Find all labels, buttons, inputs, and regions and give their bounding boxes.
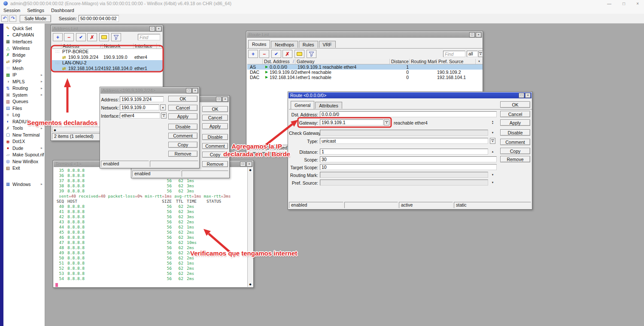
address-dialog-disable-button[interactable]: Disable xyxy=(168,124,197,130)
scope-field[interactable] xyxy=(320,156,497,162)
sidebar-item-queues[interactable]: ▥Queues xyxy=(3,98,45,105)
routing-mark-field[interactable] xyxy=(320,172,488,178)
background-dialog-disable-button[interactable]: Disable xyxy=(202,134,228,140)
sidebar-item-make-supout-rif[interactable]: ▱Make Supout.rif xyxy=(3,152,45,158)
address-comment-row[interactable]: :::LAN-ONU-2 xyxy=(52,60,163,66)
maximize-icon[interactable]: □ xyxy=(186,88,191,93)
gateway-field[interactable] xyxy=(320,119,383,125)
sidebar-item-dude[interactable]: ●Dude▸ xyxy=(3,145,45,152)
close-icon[interactable]: × xyxy=(476,32,481,37)
session-input[interactable] xyxy=(79,15,119,22)
close-icon[interactable]: × xyxy=(222,97,228,102)
address-dialog-cancel-button[interactable]: Cancel xyxy=(168,105,197,111)
sidebar-item-mesh[interactable]: ∷Mesh xyxy=(3,65,45,72)
address-comment-row[interactable]: :::PTP-BORDE xyxy=(52,49,163,55)
column-network[interactable]: Network xyxy=(103,43,134,49)
route-dialog-copy-button[interactable]: Copy xyxy=(500,148,530,154)
distance-field[interactable] xyxy=(320,149,488,155)
sidebar-item-bridge[interactable]: ✗Bridge xyxy=(3,52,45,58)
menu-dashboard[interactable]: Dashboard xyxy=(51,8,74,13)
add-button[interactable]: + xyxy=(248,50,258,58)
sidebar-item-interfaces[interactable]: ▦Interfaces xyxy=(3,38,45,45)
close-icon[interactable]: × xyxy=(636,1,639,6)
disable-button[interactable]: ✗ xyxy=(283,50,292,58)
target-scope-field[interactable] xyxy=(320,164,497,170)
enable-button[interactable]: ✔ xyxy=(76,33,86,41)
column-select-icon[interactable]: ▼ xyxy=(476,59,483,64)
column-distance[interactable]: Distance xyxy=(390,59,410,64)
column-routing-mark[interactable]: Routing Mark xyxy=(410,59,437,64)
route-filter-select[interactable]: all xyxy=(467,51,478,57)
interface-field[interactable] xyxy=(120,113,160,119)
comment-button[interactable] xyxy=(99,33,109,41)
background-dialog-ok-button[interactable]: OK xyxy=(202,106,228,112)
background-dialog-remove-button[interactable]: Remove xyxy=(202,161,228,167)
column-pref-source[interactable]: Pref. Source xyxy=(437,59,476,64)
tab-general[interactable]: General xyxy=(291,101,314,109)
close-icon[interactable]: × xyxy=(246,161,252,167)
column-gateway[interactable]: Gateway xyxy=(295,59,390,64)
type-field[interactable] xyxy=(320,138,488,144)
tab-vrf[interactable]: VRF xyxy=(319,41,336,48)
filter-button[interactable] xyxy=(307,50,316,58)
route-list-titlebar[interactable]: Route List □ × xyxy=(247,32,482,38)
address-field[interactable] xyxy=(120,96,164,102)
route-dialog-titlebar[interactable]: Route <0.0.0.0/0> □ × xyxy=(289,92,532,98)
dst-address-field[interactable] xyxy=(320,111,497,117)
routing-mark-dropdown-icon[interactable]: ▼ xyxy=(490,172,495,178)
tab-attributes[interactable]: Attributes xyxy=(315,102,342,109)
background-dialog-cancel-button[interactable]: Cancel xyxy=(202,115,228,121)
maximize-icon[interactable]: □ xyxy=(519,93,524,98)
minimize-icon[interactable]: — xyxy=(607,1,611,6)
sidebar-item-dot1x[interactable]: ◉Dot1X xyxy=(3,138,45,145)
route-filter-dropdown-icon[interactable]: ▼ xyxy=(478,51,483,57)
route-dialog-cancel-button[interactable]: Cancel xyxy=(500,111,530,117)
background-dialog-apply-button[interactable]: Apply xyxy=(202,123,228,129)
route-list-find-input[interactable] xyxy=(443,51,465,57)
sidebar-item-ppp[interactable]: ⇄PPP xyxy=(3,58,45,65)
sidebar-item-exit[interactable]: ▧Exit xyxy=(3,165,45,172)
tab-routes[interactable]: Routes xyxy=(248,40,270,48)
sidebar-item-new-terminal[interactable]: ▢New Terminal xyxy=(3,131,45,138)
terminal-scrollbar[interactable]: ◆ ◆ xyxy=(247,167,253,287)
terminal-output[interactable]: 358.8.8.8368.8.8.8378.8.8.856621ms388.8.… xyxy=(54,167,247,287)
scroll-left-icon[interactable]: ◆ xyxy=(52,127,58,133)
sidebar-item-wireless[interactable]: △Wireless xyxy=(3,45,45,52)
remove-button[interactable]: − xyxy=(64,33,74,41)
route-dialog-remove-button[interactable]: Remove xyxy=(500,156,530,162)
maximize-icon[interactable]: □ xyxy=(240,161,246,167)
sidebar-item-log[interactable]: ≡Log xyxy=(3,112,45,119)
address-row[interactable]: ⇄192.168.104.1/24192.168.104.0ether1 xyxy=(52,66,163,71)
address-dialog-apply-button[interactable]: Apply xyxy=(168,113,197,119)
distance-up-icon[interactable]: ▲ xyxy=(490,149,495,155)
sidebar-item-capsman[interactable]: ◒CAPsMAN xyxy=(3,32,45,39)
address-list-titlebar[interactable]: Address List □ × xyxy=(52,26,162,32)
address-list-find-input[interactable] xyxy=(138,34,160,40)
address-dialog-remove-button[interactable]: Remove xyxy=(168,151,197,157)
network-field[interactable] xyxy=(120,104,159,110)
menu-settings[interactable]: Settings xyxy=(27,8,44,13)
sidebar-item-mpls[interactable]: ◑MPLS▸ xyxy=(3,78,45,85)
safe-mode-button[interactable]: Safe Mode xyxy=(20,15,51,22)
address-dialog-ok-button[interactable]: OK xyxy=(168,96,197,102)
column-select-icon[interactable]: ▼ xyxy=(157,43,163,49)
maximize-icon[interactable]: □ xyxy=(469,32,475,37)
route-dialog-disable-button[interactable]: Disable xyxy=(500,129,530,136)
maximize-icon[interactable]: □ xyxy=(216,97,222,102)
sidebar-item-routing[interactable]: ⇅Routing▸ xyxy=(3,85,45,92)
network-up-icon[interactable]: ▲ xyxy=(160,104,166,110)
add-button[interactable]: + xyxy=(53,33,63,41)
sidebar-item-quick-set[interactable]: ✎Quick Set xyxy=(3,25,45,32)
interface-dropdown-icon[interactable]: ▼ xyxy=(161,113,167,119)
route-dialog-apply-button[interactable]: Apply xyxy=(500,119,530,126)
gateway-spinner-icon[interactable]: ▲▼ xyxy=(490,119,495,125)
disable-button[interactable]: ✗ xyxy=(87,33,97,41)
scroll-up-icon[interactable]: ◆ xyxy=(248,167,253,173)
menu-session[interactable]: Session xyxy=(3,8,20,13)
check-gateway-dropdown-icon[interactable]: ▼ xyxy=(490,130,495,136)
pref-source-field[interactable] xyxy=(320,180,488,186)
pref-source-dropdown-icon[interactable]: ▼ xyxy=(490,180,495,186)
sidebar-item-windows[interactable]: ▦Windows▸ xyxy=(3,181,45,188)
remove-button[interactable]: − xyxy=(259,50,269,58)
sidebar-item-system[interactable]: ▣System▸ xyxy=(3,91,45,98)
